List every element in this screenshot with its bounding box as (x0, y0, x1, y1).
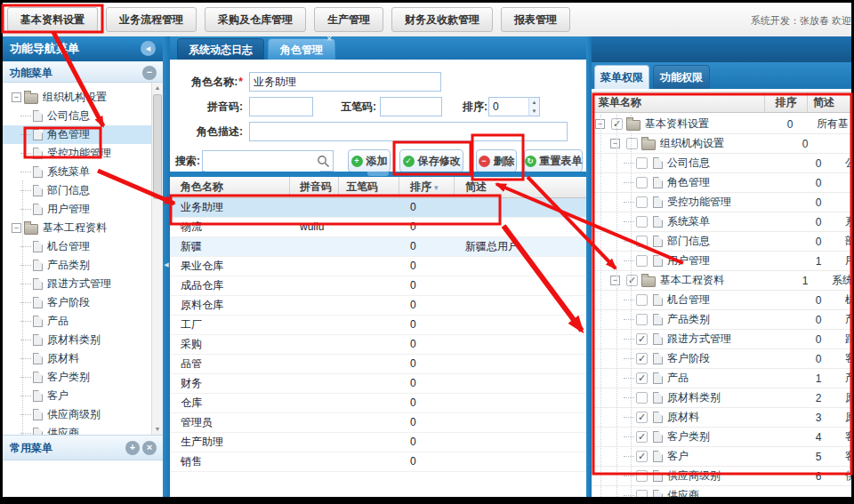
sidebar-tree-item[interactable]: 受控功能管理 (3, 144, 151, 163)
table-row[interactable]: 物流wuliu0 (170, 218, 586, 237)
tab-system-log[interactable]: 系统动态日志 (177, 38, 264, 60)
table-row[interactable]: 管理员0 (170, 413, 586, 433)
checkbox[interactable] (636, 490, 648, 497)
table-row[interactable]: 果业仓库0 (170, 257, 586, 276)
column-header[interactable]: 排序▾ (399, 177, 455, 197)
sidebar-tree-item[interactable]: 跟进方式管理 (3, 275, 151, 293)
sidebar-tree-item[interactable]: 产品 (3, 312, 151, 331)
checkbox[interactable]: ✓ (636, 412, 648, 423)
search-icon[interactable] (317, 155, 330, 168)
sidebar-splitter[interactable]: ◀ (163, 36, 170, 497)
table-row[interactable]: 生产助理0 (170, 433, 586, 452)
column-header[interactable]: 简述 (455, 177, 586, 197)
scroll-down-icon[interactable]: ▼ (152, 424, 163, 435)
tab-menu-permission[interactable]: 菜单权限 (594, 65, 649, 89)
checkbox[interactable] (636, 177, 648, 188)
sidebar-tree-item[interactable]: 系统菜单 (3, 163, 151, 181)
expand-icon[interactable]: − (12, 223, 21, 233)
column-header[interactable]: 简述 (808, 92, 851, 113)
table-row[interactable]: 新疆0新疆总用户 (170, 237, 586, 257)
top-menu-item[interactable]: 业务流程管理 (106, 7, 197, 32)
sidebar-tree-item[interactable]: 机台管理 (3, 237, 151, 256)
spin-up-icon[interactable]: ▲ (529, 98, 539, 107)
sidebar-collapse-icon[interactable]: ◀ (141, 41, 156, 56)
add-favorite-icon[interactable]: + (125, 441, 140, 455)
delete-button[interactable]: − 删除 (476, 149, 517, 172)
role-desc-input[interactable] (249, 122, 568, 141)
table-row[interactable]: 财务0 (170, 374, 586, 394)
table-row[interactable]: 原料仓库0 (170, 296, 586, 316)
column-header[interactable]: 五笔码 (339, 177, 399, 197)
checkbox[interactable] (636, 314, 648, 325)
wubi-input[interactable] (380, 97, 442, 116)
sidebar-tree-item[interactable]: −组织机构设置 (3, 88, 151, 107)
sidebar-bottom-bar[interactable]: 常用菜单 + × (3, 435, 163, 460)
sidebar-section-bar[interactable]: 功能菜单 − (3, 61, 163, 83)
checkbox[interactable]: ✓ (636, 353, 648, 364)
sidebar-tree-item[interactable]: 公司信息 (3, 107, 151, 125)
checkbox[interactable] (636, 216, 648, 228)
remove-favorite-icon[interactable]: × (142, 441, 157, 455)
sidebar-tree-item[interactable]: 供应商 (3, 424, 151, 435)
tab-role-management[interactable]: 角色管理 × (268, 38, 335, 60)
top-menu-item[interactable]: 财务及收款管理 (391, 7, 493, 32)
sidebar-tree-item[interactable]: 产品类别 (3, 256, 151, 275)
top-menu-item[interactable]: 基本资料设置 (7, 7, 98, 32)
checkbox[interactable]: ✓ (636, 451, 648, 462)
table-row[interactable]: 成品仓库0 (170, 276, 586, 296)
top-menu-item[interactable]: 报表管理 (501, 7, 570, 32)
scrollbar-thumb[interactable] (153, 94, 162, 199)
checkbox[interactable]: ✓ (636, 431, 648, 443)
role-name-input[interactable] (249, 72, 441, 92)
column-header[interactable]: 角色名称 (170, 177, 290, 197)
table-row[interactable]: 工厂0 (170, 316, 586, 335)
checkbox[interactable] (636, 196, 648, 208)
checkbox[interactable]: ✓ (636, 333, 648, 345)
sidebar-tree-item[interactable]: 角色管理 (3, 125, 151, 144)
table-row[interactable]: 采购0 (170, 335, 586, 355)
reset-button[interactable]: ↻ 重置表单 (524, 149, 583, 172)
column-header[interactable]: 排序 (765, 92, 808, 113)
sidebar-tree-item[interactable]: 原材料 (3, 349, 151, 368)
checkbox[interactable] (626, 138, 638, 149)
checkbox[interactable] (636, 294, 648, 306)
sidebar-tree-item[interactable]: 客户阶段 (3, 293, 151, 312)
checkbox[interactable] (636, 157, 648, 169)
scroll-up-icon[interactable]: ▲ (152, 83, 163, 93)
sidebar-tree-item[interactable]: 客户类别 (3, 368, 151, 387)
collapse-notch-icon[interactable] (367, 172, 389, 176)
sidebar-tree-item[interactable]: 客户 (3, 387, 151, 405)
expand-icon[interactable]: − (12, 92, 21, 102)
checkbox[interactable]: ✓ (626, 275, 638, 286)
checkbox[interactable] (636, 236, 648, 247)
save-button[interactable]: ✓ 保存修改 (399, 149, 463, 172)
column-header[interactable]: 拼音码 (290, 177, 339, 197)
sidebar-tree-item[interactable]: 供应商级别 (3, 405, 151, 424)
table-row[interactable]: 仓库0 (170, 394, 586, 413)
sidebar-tree-item[interactable]: 用户管理 (3, 200, 151, 219)
tab-close-icon[interactable]: × (326, 35, 332, 44)
sidebar-scrollbar[interactable]: ▲ ▼ (151, 83, 163, 435)
checkbox[interactable]: ✓ (636, 372, 648, 384)
collapse-all-icon[interactable]: − (142, 66, 157, 80)
sort-spinner[interactable]: ▲▼ (528, 97, 540, 116)
checkbox[interactable] (636, 392, 648, 404)
expand-icon[interactable]: − (610, 139, 620, 148)
sidebar-tree-item[interactable]: 原材料类别 (3, 331, 151, 349)
table-row[interactable]: 销售0 (170, 452, 586, 472)
table-row[interactable]: 品管0 (170, 355, 586, 374)
spin-down-icon[interactable]: ▼ (529, 107, 539, 116)
top-menu-item[interactable]: 生产管理 (314, 7, 383, 32)
column-header[interactable]: 菜单名称 (592, 92, 765, 113)
checkbox[interactable] (636, 470, 648, 482)
top-menu-item[interactable]: 采购及仓库管理 (205, 7, 306, 32)
search-input[interactable] (205, 152, 320, 172)
sidebar-tree-item[interactable]: 部门信息 (3, 181, 151, 200)
expand-icon[interactable]: − (610, 276, 620, 285)
tab-function-permission[interactable]: 功能权限 (653, 65, 710, 89)
splitter-collapse-icon[interactable]: ◀ (163, 260, 170, 269)
sidebar-tree-item[interactable]: −基本工程资料 (3, 219, 151, 237)
checkbox[interactable] (636, 255, 648, 267)
table-row[interactable]: 业务助理0 (170, 198, 586, 218)
pinyin-input[interactable] (249, 97, 313, 116)
